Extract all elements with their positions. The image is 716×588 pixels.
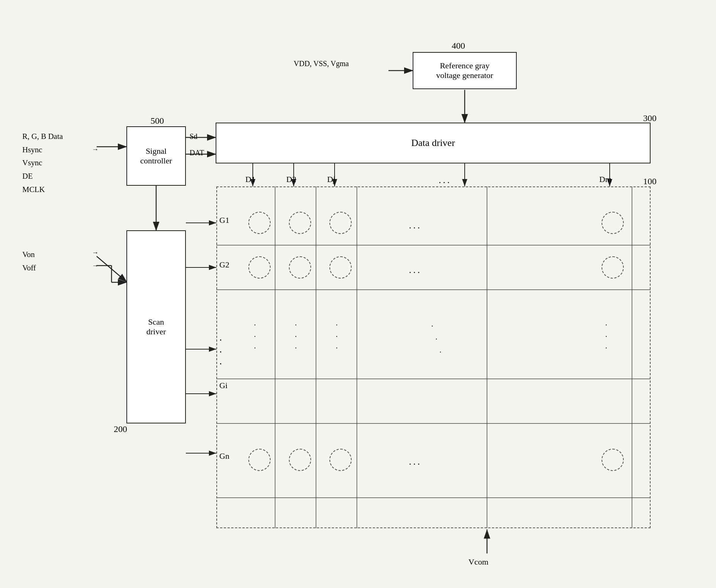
row-g2: G2 bbox=[219, 260, 229, 270]
sd-label: Sd bbox=[190, 132, 197, 141]
col-dm: Dm bbox=[599, 175, 612, 184]
row-gn: Gn bbox=[219, 451, 229, 461]
vsync-label: Vsync bbox=[22, 156, 63, 170]
pixel-g2-dj bbox=[329, 256, 352, 279]
svg-line-3 bbox=[97, 256, 127, 282]
rgb-data-label: R, G, B Data bbox=[22, 130, 63, 143]
col-d2: D2 bbox=[286, 175, 296, 184]
ref-num-300: 300 bbox=[643, 113, 657, 123]
pixel-g1-d2 bbox=[289, 212, 311, 234]
left-inputs: R, G, B Data Hsync Vsync DE MCLK bbox=[22, 130, 63, 196]
hsync-label: Hsync bbox=[22, 143, 63, 157]
pixel-g1-dots: ... bbox=[409, 220, 422, 231]
pixel-gn-dm bbox=[601, 449, 624, 471]
row-dots-vert: ··· bbox=[219, 334, 222, 370]
scan-driver-box: Scandriver bbox=[126, 230, 186, 423]
pixel-g2-d2 bbox=[289, 256, 311, 279]
col-d1: D1 bbox=[245, 175, 255, 184]
voff-label: Voff bbox=[22, 261, 36, 275]
data-driver-box: Data driver bbox=[216, 123, 651, 163]
pixel-g2-d1 bbox=[248, 256, 271, 279]
pixel-g1-d1 bbox=[248, 212, 271, 234]
col-dots: ... bbox=[439, 175, 452, 186]
ref-gray-label: Reference grayvoltage generator bbox=[436, 61, 493, 80]
mclk-label: MCLK bbox=[22, 183, 63, 196]
pixel-g1-dm bbox=[601, 212, 624, 234]
dat-label: DAT bbox=[190, 149, 204, 157]
pixel-gn-d1 bbox=[248, 449, 271, 471]
arrow-von: → bbox=[92, 249, 99, 257]
von-voff-labels: Von Voff bbox=[22, 248, 36, 274]
row-g1: G1 bbox=[219, 215, 229, 225]
signal-controller-box: Signalcontroller bbox=[126, 126, 186, 186]
scan-driver-label: Scandriver bbox=[146, 317, 166, 337]
pixel-g2-dm bbox=[601, 256, 624, 279]
mid-dots-d2: ··· bbox=[295, 319, 297, 354]
mid-dots-d1: ··· bbox=[254, 319, 256, 354]
ref-gray-box: Reference grayvoltage generator bbox=[413, 52, 517, 89]
row-gi: Gi bbox=[219, 381, 228, 390]
signal-ctrl-label: Signalcontroller bbox=[140, 146, 172, 166]
pixel-g1-dj bbox=[329, 212, 352, 234]
pixel-gn-d2 bbox=[289, 449, 311, 471]
mid-dots-dj: ··· bbox=[336, 319, 338, 354]
pixel-gn-dots: ... bbox=[409, 456, 422, 467]
vcom-label: Vcom bbox=[468, 557, 488, 567]
ref-num-500: 500 bbox=[151, 116, 164, 126]
arrow-voff: → bbox=[92, 262, 99, 270]
mid-dots-center: · · · bbox=[431, 319, 442, 359]
mid-dots-dm: ··· bbox=[605, 319, 607, 354]
von-label: Von bbox=[22, 248, 36, 261]
ref-num-400: 400 bbox=[452, 41, 465, 51]
arrow-inputs: → bbox=[92, 146, 99, 153]
col-dj: Dj bbox=[327, 175, 335, 184]
pixel-g2-dots: ... bbox=[409, 264, 422, 276]
ref-num-100: 100 bbox=[643, 176, 657, 186]
de-label: DE bbox=[22, 170, 63, 183]
vdd-vss-label: VDD, VSS, Vgma bbox=[294, 59, 349, 68]
ref-num-200: 200 bbox=[114, 424, 127, 434]
pixel-gn-dj bbox=[329, 449, 352, 471]
data-driver-label: Data driver bbox=[411, 137, 455, 149]
